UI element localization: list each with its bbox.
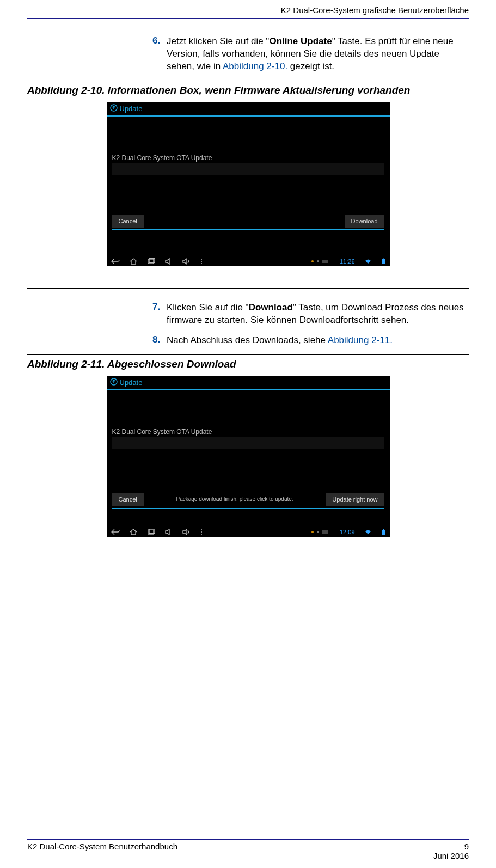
cross-reference[interactable]: Abbildung 2-11. [328,335,393,345]
cancel-button[interactable]: Cancel [112,493,144,506]
svg-point-7 [317,260,319,262]
svg-point-6 [311,260,314,262]
android-navbar: 12:09 [107,527,390,537]
step-text-tail: gezeigt ist. [287,61,334,71]
step-text-bold: Online Update [269,36,332,46]
step-text-pre: Klicken Sie auf die " [167,302,249,313]
recent-icon[interactable] [147,529,155,535]
download-button[interactable]: Download [345,215,384,228]
page-footer: K2 Dual-Core-System Benutzerhandbuch 9 J… [27,839,469,860]
cancel-button[interactable]: Cancel [112,215,144,228]
svg-point-17 [311,531,314,533]
vol-up-icon[interactable] [182,529,191,535]
running-header: K2 Dual-Core-System grafische Benutzerob… [27,0,469,18]
button-row: Cancel Download [112,215,384,228]
screenshot-body: K2 Dual Core System OTA Update Cancel Pa… [107,390,390,527]
figure-rule-bottom [27,559,469,559]
screenshot-download-finished: Update K2 Dual Core System OTA Update Ca… [107,376,390,537]
footer-doc-title: K2 Dual-Core-System Benutzerhandbuch [27,842,177,860]
wifi-icon [365,259,371,264]
screenshot-update-available: Update K2 Dual Core System OTA Update Ca… [107,102,390,266]
step-text: Nach Abschluss des Downloads, siehe Abbi… [167,334,469,347]
menu-dots-icon[interactable] [200,529,203,535]
clock-time: 12:09 [340,529,355,535]
screenshot-body: K2 Dual Core System OTA Update Cancel Do… [107,117,390,256]
home-icon[interactable] [130,258,137,265]
status-icons [310,529,330,535]
step-text-bold: Download [249,302,293,313]
update-icon [110,104,120,113]
ota-info-field [112,163,384,175]
cross-reference[interactable]: Abbildung 2-10. [223,61,287,71]
vol-down-icon[interactable] [164,258,172,265]
svg-point-3 [201,259,202,260]
svg-point-14 [201,529,202,530]
step-list-a: 6. Jetzt klicken Sie auf die "Online Upd… [152,35,469,73]
svg-point-5 [201,263,202,264]
update-icon [110,378,120,387]
back-icon[interactable] [111,529,120,535]
android-navbar: 11:26 [107,256,390,266]
step-item: 6. Jetzt klicken Sie auf die "Online Upd… [152,35,469,73]
svg-rect-10 [383,258,384,259]
footer-rule [27,839,469,840]
step-text-pre: Nach Abschluss des Downloads, siehe [167,335,328,345]
step-item: 8. Nach Abschluss des Downloads, siehe A… [152,334,469,347]
menu-dots-icon[interactable] [200,258,203,265]
step-text: Jetzt klicken Sie auf die "Online Update… [167,35,469,73]
button-row: Cancel Package download finish, please c… [112,493,384,506]
vol-down-icon[interactable] [164,529,172,535]
screenshot-title: Update [120,105,143,113]
step-text-pre: Jetzt klicken Sie auf die " [167,36,269,46]
recent-icon[interactable] [147,258,155,265]
svg-rect-21 [383,529,384,530]
battery-icon [381,258,385,265]
figure-rule-bottom [27,288,469,289]
screenshot-titlebar: Update [107,102,390,117]
download-status-text: Package download finish, please click to… [146,496,324,502]
wifi-icon [365,529,371,535]
svg-rect-8 [322,260,328,263]
status-icons [310,259,330,264]
back-icon[interactable] [111,258,120,265]
svg-point-18 [317,531,319,533]
screenshot-titlebar: Update [107,376,390,390]
step-item: 7. Klicken Sie auf die "Download" Taste,… [152,302,469,327]
update-now-button[interactable]: Update right now [326,493,384,506]
ota-info-field [112,437,384,449]
battery-icon [381,529,385,535]
svg-rect-9 [382,259,385,264]
figure-caption: Abbildung 2-11. Abgeschlossen Download [27,355,469,376]
clock-time: 11:26 [340,258,355,265]
home-icon[interactable] [130,529,137,535]
svg-point-16 [201,534,202,535]
svg-point-4 [201,261,202,262]
step-number: 8. [152,334,167,347]
screenshot-title: Update [120,378,143,387]
step-list-b: 7. Klicken Sie auf die "Download" Taste,… [152,302,469,347]
ota-update-label: K2 Dual Core System OTA Update [112,152,384,163]
ota-update-label: K2 Dual Core System OTA Update [112,426,384,437]
step-text: Klicken Sie auf die "Download" Taste, um… [167,302,469,327]
step-number: 7. [152,302,167,327]
header-rule [27,18,469,19]
svg-point-15 [201,531,202,533]
vol-up-icon[interactable] [182,258,191,265]
svg-rect-20 [382,530,385,535]
figure-caption: Abbildung 2-10. Informationen Box, wenn … [27,81,469,102]
svg-rect-19 [322,530,328,534]
page-number: 9 [464,842,469,851]
step-number: 6. [152,35,167,73]
footer-date: Juni 2016 [433,851,469,860]
